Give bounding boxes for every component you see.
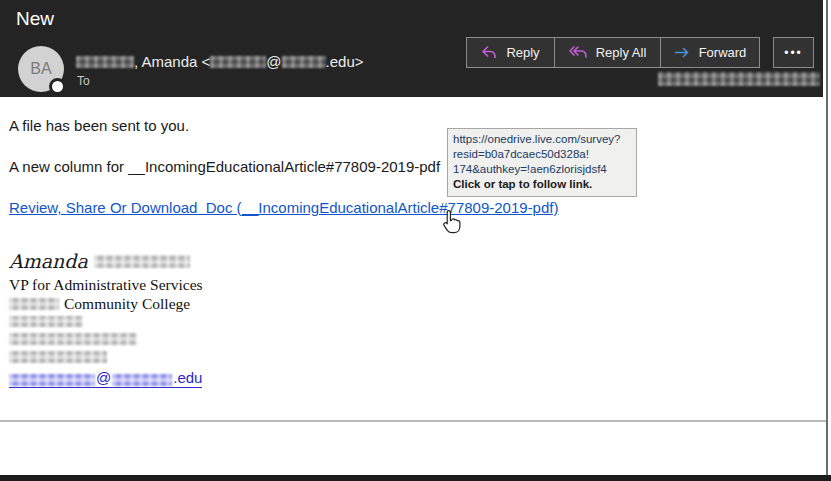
signature-org-visible: Community College [64,295,190,313]
reply-all-button-label: Reply All [596,45,647,60]
signature-first-name: Amanda [9,250,88,272]
redacted-sender-email-domain [282,56,326,68]
body-greeting: A file has been sent to you. [9,117,189,134]
reply-all-button[interactable]: Reply All [554,37,661,68]
tooltip-url-line2: resid=b0a7dcaec50d328a! [453,147,631,162]
email-reading-pane: New BA , Amanda <@.edu> To Reply Reply A… [0,0,831,481]
link-tooltip: https://onedrive.live.com/survey? resid=… [447,128,637,197]
review-download-link[interactable]: Review, Share Or Download Doc (__Incomin… [9,199,558,216]
signature-organization: Community College [9,295,190,313]
sender-email-suffix: .edu> [326,53,364,70]
redacted-sender-lastname [76,56,134,68]
pane-separator-line [0,420,827,422]
redacted-timestamp [658,72,820,86]
redacted-address-line2 [9,333,137,345]
reply-button[interactable]: Reply [466,37,555,68]
redacted-email-domain [112,374,172,386]
tooltip-url-line1: https://onedrive.live.com/survey? [453,132,631,147]
signature-name: Amanda [9,250,190,272]
reply-icon [481,46,497,59]
signature-email-link[interactable]: @.edu [9,369,202,388]
forward-button[interactable]: Forward [660,37,760,68]
sender-line[interactable]: , Amanda <@.edu> [76,53,364,70]
subject-title: New [16,8,54,30]
sender-avatar[interactable]: BA [18,46,64,92]
redacted-signature-lastname [94,255,190,268]
redacted-phone [9,351,107,363]
avatar-initials: BA [30,60,51,78]
more-actions-button[interactable]: ••• [773,37,814,68]
tooltip-url-line3: 174&authkey=!aen6zlorisjdsf4 [453,162,631,177]
ellipsis-icon: ••• [784,46,803,60]
body-subject-line: A new column for __IncomingEducationalAr… [9,158,440,175]
presence-indicator-icon [49,78,66,95]
window-right-edge[interactable] [826,0,828,481]
tooltip-hint: Click or tap to follow link. [453,177,631,192]
email-at-symbol: @ [96,369,111,386]
forward-button-label: Forward [699,45,747,60]
sender-name-visible: , Amanda < [134,53,210,70]
reply-button-label: Reply [506,45,539,60]
email-suffix: .edu [173,369,202,386]
reply-all-icon [569,46,587,59]
redacted-org-name [9,298,59,310]
redacted-address-line1 [9,316,83,327]
sender-email-at: @ [266,53,281,70]
message-toolbar: Reply Reply All Forward [466,37,760,68]
redacted-sender-email-user [210,56,266,68]
window-bottom-edge [0,475,831,481]
to-label[interactable]: To [77,74,90,88]
hand-cursor-icon [442,209,463,236]
signature-role: VP for Administrative Services [9,276,203,294]
redacted-email-user [9,374,95,386]
forward-icon [674,46,690,59]
message-header: New BA , Amanda <@.edu> To Reply Reply A… [0,0,823,97]
